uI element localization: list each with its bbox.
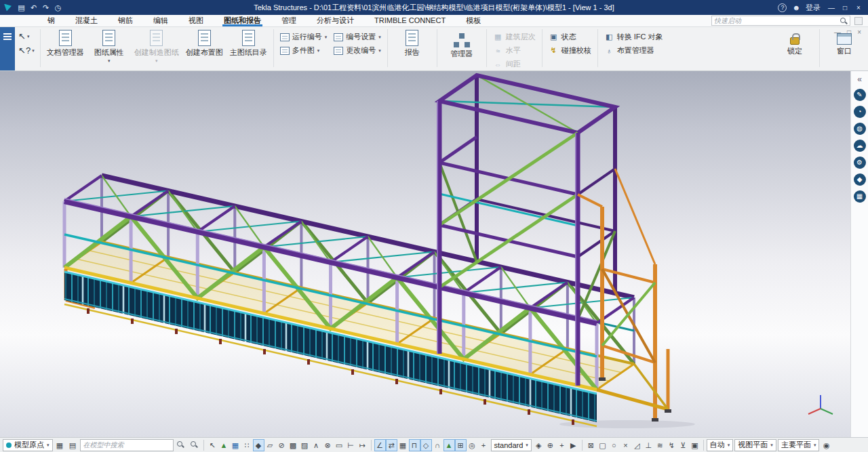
login-button[interactable]: 登录	[806, 3, 821, 13]
snap-angle-icon[interactable]: ∠	[374, 439, 386, 451]
search-model-icon[interactable]	[175, 439, 187, 451]
tab-rebar[interactable]: 钢筋	[117, 15, 134, 26]
create-layout-drawing-button[interactable]: 创建布置图	[183, 27, 226, 59]
snap-settings-combo[interactable]: standard ▾	[491, 439, 532, 451]
tab-view[interactable]: 视图	[187, 15, 205, 26]
trimble-connect-icon[interactable]: ☁	[854, 140, 866, 152]
help-icon[interactable]: ?	[778, 3, 787, 12]
ribbon-options-icon[interactable]	[854, 17, 863, 25]
snap-intersection-icon[interactable]: ◇	[420, 439, 432, 451]
document-manager-button[interactable]: 文档管理器	[44, 27, 87, 59]
create-fabrication-drawings-button[interactable]: 创建制造图纸 ▾	[132, 27, 182, 62]
perpendicular-icon[interactable]: ⊥	[643, 439, 654, 451]
rotation-center-combo[interactable]: 自动 ▾	[707, 439, 734, 451]
select-pointer-button[interactable]: ↖▾	[16, 30, 37, 43]
tab-edit[interactable]: 编辑	[152, 15, 170, 26]
phase-icon[interactable]: ◈	[533, 439, 545, 451]
lightning-icon[interactable]: ↯	[666, 439, 677, 451]
clash-check-button[interactable]: ↯碰撞校核	[546, 44, 594, 57]
change-numbering-button[interactable]: 更改编号▾	[331, 44, 384, 57]
select-filter-icon[interactable]: ▲	[218, 439, 230, 451]
select-all-icon[interactable]: ↖	[207, 439, 218, 451]
sketch-inquire-icon[interactable]: ✎	[854, 89, 866, 101]
select-reinforcement-icon[interactable]: ↦	[357, 439, 368, 451]
close-button[interactable]: ×	[853, 4, 864, 12]
snap-arc-icon[interactable]: ∩	[432, 439, 443, 451]
save-icon[interactable]: ▤	[16, 0, 26, 15]
select-surfaces-icon[interactable]: ▱	[264, 439, 276, 451]
zoom-icon[interactable]: ⊕	[545, 439, 556, 451]
select-views-icon[interactable]: ▭	[334, 439, 345, 451]
layout-manager-button[interactable]: ♁布置管理器	[601, 44, 666, 57]
tab-analysis-design[interactable]: 分析与设计	[315, 15, 355, 26]
visibility-icon[interactable]: ◉	[821, 439, 832, 451]
pan-icon[interactable]: +	[556, 439, 568, 451]
quick-launch-input[interactable]	[714, 17, 836, 24]
snap-grid-icon[interactable]: ▦	[397, 439, 409, 451]
collapse-side-pane-icon[interactable]: «	[854, 75, 866, 84]
recent-icon[interactable]: ◔	[854, 106, 866, 118]
master-drawing-catalog-button[interactable]: 主图纸目录	[227, 27, 270, 59]
fly-icon[interactable]: ▶	[568, 439, 579, 451]
select-points-icon[interactable]: ∷	[241, 439, 253, 451]
select-parts-icon[interactable]: ◆	[253, 439, 264, 451]
workplane-toggle-icon[interactable]: ▤	[67, 439, 79, 451]
select-components-icon[interactable]: ▩	[288, 439, 299, 451]
numbering-settings-button[interactable]: 编号设置▾	[331, 30, 384, 43]
applications-icon[interactable]: ▦	[854, 190, 866, 203]
select-assemblies-icon[interactable]: ▨	[299, 439, 311, 451]
undo-icon[interactable]: ↶	[28, 0, 39, 15]
grid-toggle-icon[interactable]: ▦	[54, 439, 66, 451]
model-search-input[interactable]	[80, 439, 174, 451]
app-menu-button[interactable]	[0, 27, 15, 70]
run-numbering-button[interactable]: 运行编号▾	[277, 30, 330, 43]
snap-endpoint-icon[interactable]: ▲	[443, 439, 455, 451]
erase-icon[interactable]: ×	[620, 439, 631, 451]
snap-free-icon[interactable]: +	[478, 439, 490, 451]
snap-center-icon[interactable]: ⊞	[455, 439, 467, 451]
history-icon[interactable]: ◷	[53, 0, 63, 15]
solid-icon[interactable]: ▣	[689, 439, 701, 451]
select-grids-icon[interactable]: ⊢	[345, 439, 357, 451]
tab-steel[interactable]: 钢	[46, 15, 56, 26]
status-button[interactable]: ▣状态	[546, 30, 594, 43]
lock-button[interactable]: 锁定	[774, 27, 816, 67]
tab-manage[interactable]: 管理	[280, 15, 298, 26]
select-cuts-icon[interactable]: ⊗	[322, 439, 334, 451]
select-welds-icon[interactable]: ∧	[311, 439, 322, 451]
select-grid-icon[interactable]: ▦	[230, 439, 241, 451]
wireframe-icon[interactable]: ≋	[654, 439, 666, 451]
view-plane-combo[interactable]: 视图平面 ▾	[734, 439, 776, 451]
snap-midpoint-icon[interactable]: ⊓	[409, 439, 420, 451]
zoom-search-icon[interactable]	[189, 439, 201, 451]
section-icon[interactable]: ◿	[631, 439, 643, 451]
clip-plane-icon[interactable]: ⊠	[585, 439, 597, 451]
drawing-properties-button[interactable]: 图纸属性 ▾	[88, 27, 130, 62]
reports-button[interactable]: 报告	[391, 27, 433, 58]
tab-drawings-reports[interactable]: 图纸和报告	[222, 15, 262, 26]
tekla-online-icon[interactable]: ◍	[854, 123, 866, 135]
settings-icon[interactable]: ⚙	[854, 157, 866, 169]
convert-ifc-button[interactable]: ◧转换 IFC 对象	[601, 30, 666, 43]
multi-part-drawing-button[interactable]: 多件图▾	[277, 44, 330, 57]
render-sphere-icon[interactable]: ○	[608, 439, 620, 451]
model-3d-view[interactable]	[0, 71, 850, 437]
tab-concrete[interactable]: 混凝土	[74, 15, 99, 26]
quick-launch-search[interactable]	[711, 16, 850, 26]
minimize-button[interactable]: —	[826, 4, 837, 12]
select-none-icon[interactable]: ⊘	[276, 439, 288, 451]
level-button[interactable]: ≈水平	[490, 44, 538, 57]
main-plane-combo[interactable]: 主要平面 ▾	[778, 439, 820, 451]
inquire-pointer-button[interactable]: ↖?▾	[16, 44, 37, 57]
building-hierarchy-button[interactable]: ▦建筑层次	[490, 30, 538, 43]
tab-template[interactable]: 模板	[465, 15, 482, 26]
snap-origin-icon[interactable]: ◎	[467, 439, 478, 451]
window-button[interactable]: 窗口	[823, 27, 865, 67]
spacing-button[interactable]: ⇔间距	[490, 58, 538, 70]
components-icon[interactable]: ◆	[854, 173, 866, 186]
snap-parallel-icon[interactable]: ⇄	[386, 439, 397, 451]
view-box-icon[interactable]: ▢	[597, 439, 608, 451]
organizer-button[interactable]: 管理器	[441, 27, 483, 59]
redo-icon[interactable]: ↷	[41, 0, 51, 15]
xor-icon[interactable]: ⊻	[677, 439, 689, 451]
